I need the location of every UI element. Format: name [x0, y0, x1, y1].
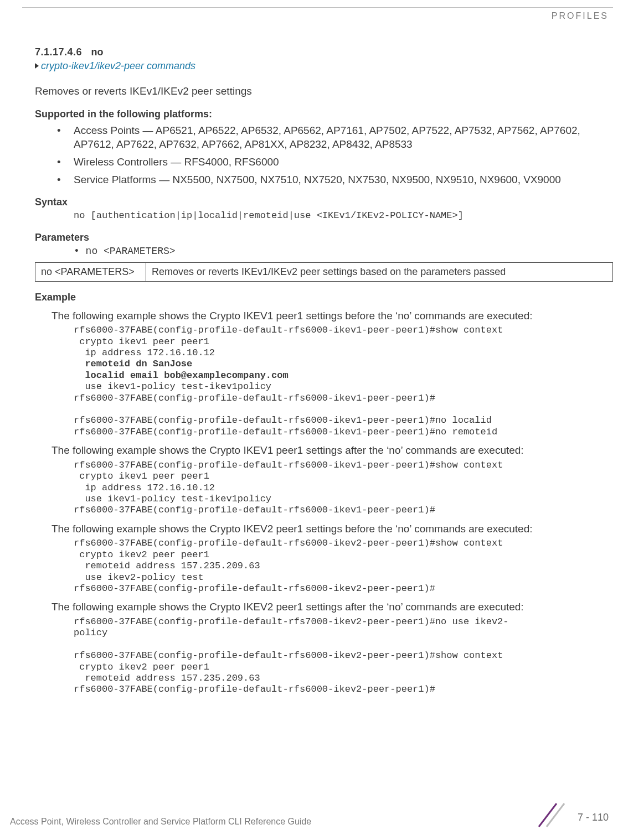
- breadcrumb-text: crypto-ikev1/ikev2-peer commands: [41, 60, 195, 71]
- parameters-heading: Parameters: [35, 232, 613, 243]
- page-number: 7 - 110: [578, 812, 609, 823]
- breadcrumb[interactable]: crypto-ikev1/ikev2-peer commands: [35, 60, 613, 72]
- example-text: The following example shows the Crypto I…: [52, 443, 613, 458]
- pointer-icon: [35, 63, 39, 69]
- parameters-table: no <PARAMETERS> Removes or reverts IKEv1…: [35, 262, 613, 282]
- syntax-code: no [authentication|ip|localid|remoteid|u…: [74, 210, 613, 221]
- parameters-line: • no <PARAMETERS>: [74, 246, 613, 257]
- list-item: Wireless Controllers — RFS4000, RFS6000: [35, 155, 613, 169]
- param-name-cell: no <PARAMETERS>: [35, 262, 146, 281]
- page-content: 7.1.17.4.6 no crypto-ikev1/ikev2-peer co…: [35, 46, 613, 696]
- header-category: PROFILES: [552, 11, 609, 21]
- intro-text: Removes or reverts IKEv1/IKEv2 peer sett…: [35, 84, 613, 98]
- example-code: rfs6000-37FABE(config-profile-default-rf…: [74, 325, 613, 359]
- syntax-heading: Syntax: [35, 196, 613, 208]
- example-heading: Example: [35, 292, 613, 303]
- footer-text: Access Point, Wireless Controller and Se…: [0, 817, 311, 826]
- section-title: no: [91, 46, 104, 58]
- example-code: rfs6000-37FABE(config-profile-default-rf…: [74, 460, 613, 516]
- supported-list: Access Points — AP6521, AP6522, AP6532, …: [35, 123, 613, 187]
- example-code: rfs6000-37FABE(config-profile-default-rf…: [74, 538, 613, 594]
- section-number: 7.1.17.4.6: [35, 46, 82, 58]
- supported-heading: Supported in the following platforms:: [35, 108, 613, 120]
- example-code: use ikev1-policy test-ikev1policy rfs600…: [74, 381, 613, 438]
- example-text: The following example shows the Crypto I…: [52, 600, 613, 614]
- example-text: The following example shows the Crypto I…: [52, 309, 613, 323]
- list-item: Access Points — AP6521, AP6522, AP6532, …: [35, 123, 613, 152]
- table-row: no <PARAMETERS> Removes or reverts IKEv1…: [35, 262, 613, 281]
- param-desc-cell: Removes or reverts IKEv1/IKEv2 peer sett…: [146, 262, 613, 281]
- example-code: rfs6000-37FABE(config-profile-default-rf…: [74, 616, 613, 696]
- list-item: Service Platforms — NX5500, NX7500, NX75…: [35, 173, 613, 187]
- example-text: The following example shows the Crypto I…: [52, 522, 613, 536]
- section-heading: 7.1.17.4.6 no: [35, 46, 613, 58]
- header-rule: [22, 7, 613, 8]
- footer-slash-icon: [534, 802, 573, 828]
- example-code-bold: remoteid dn SanJose localid email bob@ex…: [74, 359, 613, 381]
- page-footer: Access Point, Wireless Controller and Se…: [0, 817, 623, 827]
